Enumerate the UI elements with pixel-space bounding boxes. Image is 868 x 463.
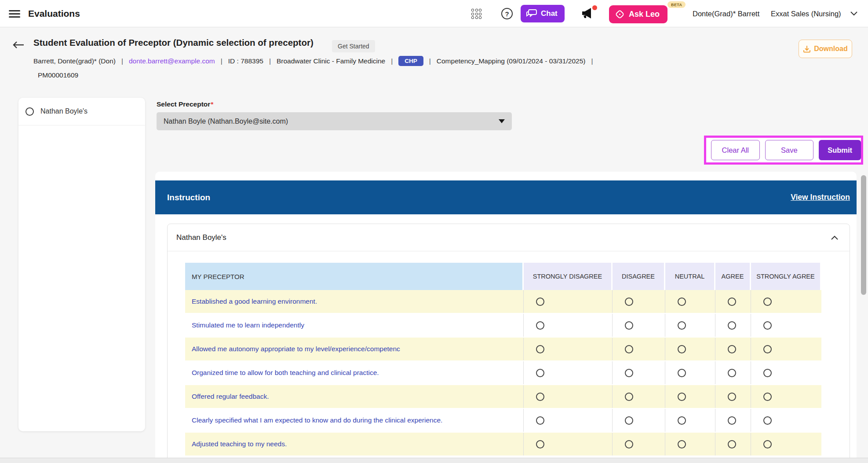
rating-radio[interactable]	[763, 416, 772, 425]
rating-radio[interactable]	[625, 393, 633, 401]
help-icon[interactable]: ?	[501, 8, 513, 19]
rating-radio[interactable]	[536, 393, 544, 401]
rating-radio[interactable]	[728, 345, 736, 353]
student-info-line: Barrett, Donte(grad)* (Don) | donte.barr…	[33, 56, 755, 66]
apps-grid-icon[interactable]	[471, 9, 483, 19]
preceptor-dropdown[interactable]: Nathan Boyle (Nathan.Boyle@site.com)	[157, 112, 512, 130]
rating-cell	[613, 433, 665, 456]
rating-radio[interactable]	[678, 416, 686, 425]
question-cell: Offered regular feedback.	[185, 385, 524, 408]
user-name: Donte(Grad)* Barrett	[693, 0, 759, 27]
view-instruction-link[interactable]: View Instruction	[791, 193, 850, 202]
rating-radio[interactable]	[536, 369, 544, 377]
rating-cell	[524, 385, 613, 408]
rating-radio[interactable]	[728, 393, 736, 401]
vertical-scrollbar-thumb[interactable]	[861, 175, 866, 295]
rating-radio[interactable]	[728, 440, 736, 448]
rating-radio[interactable]	[763, 369, 772, 377]
rating-radio[interactable]	[625, 440, 633, 448]
ask-leo-button[interactable]: Ask Leo	[609, 5, 667, 23]
instruction-title: Instruction	[167, 193, 210, 202]
evaluation-title: Student Evaluation of Preceptor (Dynamic…	[33, 37, 314, 48]
submit-button[interactable]: Submit	[819, 140, 861, 160]
rating-radio[interactable]	[536, 345, 544, 353]
section-header[interactable]: Nathan Boyle's	[168, 224, 850, 251]
rating-radio[interactable]	[625, 321, 633, 330]
rating-cell	[665, 409, 715, 432]
top-bar: Evaluations ? Chat Ask Leo BETA	[0, 0, 868, 27]
rating-radio[interactable]	[625, 369, 633, 377]
rating-column-header: STRONGLY DISAGREE	[524, 263, 613, 290]
rating-radio[interactable]	[625, 345, 633, 353]
rating-radio[interactable]	[763, 393, 772, 401]
question-cell: Established a good learning environment.	[185, 290, 524, 313]
placement-code: PM00001609	[38, 71, 78, 79]
question-column-header: MY PRECEPTOR	[185, 263, 524, 290]
save-button[interactable]: Save	[765, 140, 814, 160]
section-title: Nathan Boyle's	[176, 233, 226, 242]
rating-cell	[613, 361, 665, 384]
rating-column-header: AGREE	[715, 263, 751, 290]
rating-radio[interactable]	[728, 416, 736, 425]
rating-radio[interactable]	[763, 345, 772, 353]
rating-radio[interactable]	[678, 393, 686, 401]
page-title-evaluations: Evaluations	[28, 0, 80, 27]
rating-radio[interactable]	[678, 298, 686, 306]
evaluation-table: MY PRECEPTOR STRONGLY DISAGREEDISAGREENE…	[185, 263, 821, 456]
clear-all-button[interactable]: Clear All	[711, 140, 760, 160]
select-preceptor-label: Select Preceptor*	[157, 100, 213, 108]
rating-cell	[613, 314, 665, 337]
rating-cell	[751, 338, 821, 360]
collapse-chevron-up-icon[interactable]	[831, 235, 838, 240]
table-row: Allowed me autonomy appropriate to my le…	[185, 338, 821, 361]
sidebar-item-nathan-boyle[interactable]: Nathan Boyle's	[18, 98, 145, 125]
beta-badge: BETA	[667, 1, 686, 8]
student-email-link[interactable]: donte.barrett@example.com	[129, 57, 215, 65]
question-cell: Adjusted teaching to my needs.	[185, 433, 524, 456]
table-row: Organized time to allow for both teachin…	[185, 361, 821, 385]
rating-radio[interactable]	[728, 369, 736, 377]
rating-radio[interactable]	[728, 298, 736, 306]
rating-radio[interactable]	[678, 345, 686, 353]
rating-radio[interactable]	[728, 321, 736, 330]
rating-radio[interactable]	[763, 298, 772, 306]
rating-radio[interactable]	[625, 298, 633, 306]
rating-radio[interactable]	[678, 440, 686, 448]
rating-cell	[751, 361, 821, 384]
download-button[interactable]: Download	[799, 40, 852, 58]
rating-cell	[665, 433, 715, 456]
rating-radio[interactable]	[678, 369, 686, 377]
table-row: Stimulated me to learn independently	[185, 314, 821, 338]
rating-radio[interactable]	[536, 416, 544, 425]
rating-cell	[524, 409, 613, 432]
rating-cell	[751, 385, 821, 408]
student-name: Barrett, Donte(grad)* (Don)	[33, 57, 116, 65]
rating-radio[interactable]	[536, 321, 544, 330]
horizontal-scrollbar-track[interactable]	[0, 458, 868, 463]
rating-column-header: DISAGREE	[613, 263, 665, 290]
rating-cell	[715, 361, 751, 384]
instruction-bar: Instruction View Instruction	[155, 180, 857, 214]
rating-radio[interactable]	[678, 321, 686, 330]
question-cell: Clearly specified what I am expected to …	[185, 409, 524, 432]
sidebar-radio[interactable]	[26, 107, 34, 116]
rating-cell	[715, 338, 751, 360]
actions-highlight-annotation: Clear All Save Submit	[704, 136, 863, 165]
rating-column-header: NEUTRAL	[665, 263, 715, 290]
rating-cell	[613, 409, 665, 432]
announcements-megaphone-icon[interactable]	[580, 6, 598, 21]
user-menu-chevron-down-icon[interactable]	[850, 11, 857, 16]
chat-button[interactable]: Chat	[521, 5, 565, 22]
preceptor-dropdown-value: Nathan Boyle (Nathan.Boyle@site.com)	[164, 118, 288, 125]
hamburger-menu-icon[interactable]	[9, 10, 20, 18]
rating-radio[interactable]	[763, 440, 772, 448]
rating-radio[interactable]	[625, 416, 633, 425]
question-cell: Allowed me autonomy appropriate to my le…	[185, 338, 524, 360]
back-arrow-icon[interactable]	[12, 41, 25, 49]
download-label: Download	[814, 45, 847, 53]
rating-radio[interactable]	[536, 298, 544, 306]
rating-radio[interactable]	[763, 321, 772, 330]
table-header-row: MY PRECEPTOR STRONGLY DISAGREEDISAGREENE…	[185, 263, 821, 290]
preceptor-sidebar: Nathan Boyle's	[18, 98, 145, 431]
rating-radio[interactable]	[536, 440, 544, 448]
